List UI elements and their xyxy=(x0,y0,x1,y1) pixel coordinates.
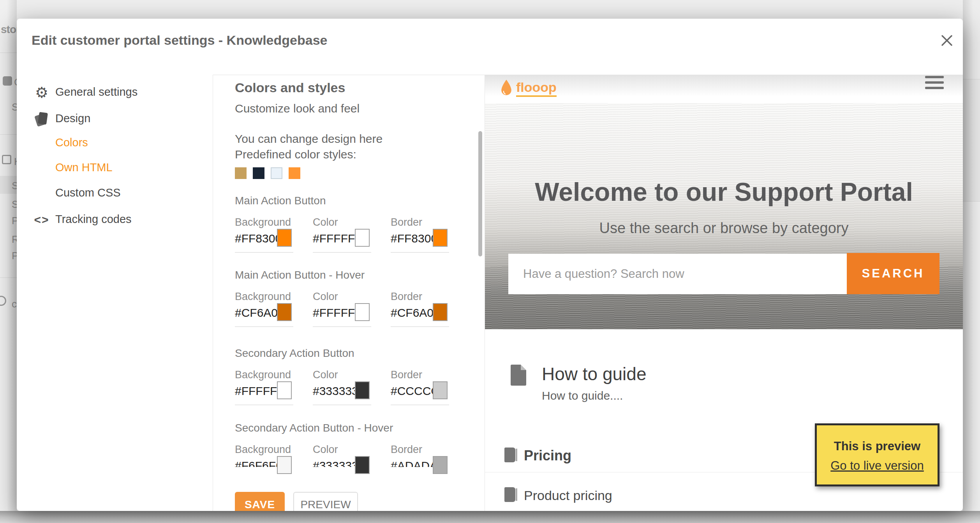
preset-swatch-tan[interactable] xyxy=(235,167,247,179)
background-page-bottom xyxy=(0,511,980,523)
sidebar-item-label: Tracking codes xyxy=(55,213,132,226)
sidebar-item-tracking-codes[interactable]: <> Tracking codes xyxy=(17,211,212,230)
section-title: Main Action Button - Hover xyxy=(235,269,365,281)
background-page-right xyxy=(963,0,980,511)
panel-hint: Predefined color styles: xyxy=(235,148,356,161)
field-label: Background xyxy=(235,444,291,456)
go-to-live-version-link[interactable]: Go to live version xyxy=(817,459,938,473)
field-label: Color xyxy=(313,444,338,456)
book-icon xyxy=(504,448,515,462)
gear-icon: ⚙ xyxy=(33,84,50,101)
divider xyxy=(0,53,17,53)
color-swatch[interactable] xyxy=(355,456,370,474)
background-icon xyxy=(2,155,11,164)
field-label: Color xyxy=(313,216,338,228)
preset-swatch-navy[interactable] xyxy=(253,167,264,179)
background-segment xyxy=(963,79,980,201)
sidebar-item-label: Own HTML xyxy=(55,161,113,174)
document-icon xyxy=(511,365,526,386)
field-label: Background xyxy=(235,369,291,381)
sidebar-item-label: Design xyxy=(55,112,90,125)
divider xyxy=(963,79,980,79)
divider xyxy=(0,277,17,278)
color-swatch[interactable] xyxy=(355,229,370,247)
portal-logo[interactable]: flooop xyxy=(500,79,557,97)
background-text-fragment: S xyxy=(12,180,17,192)
color-swatch[interactable] xyxy=(433,303,448,321)
hamburger-menu-icon[interactable] xyxy=(925,76,944,91)
input-underline xyxy=(313,326,371,327)
sidebar-item-general-settings[interactable]: ⚙ General settings xyxy=(17,83,212,103)
color-swatch[interactable] xyxy=(433,456,448,474)
preset-swatch-pale-blue[interactable] xyxy=(271,167,282,179)
close-icon[interactable] xyxy=(937,30,957,51)
input-underline xyxy=(235,252,293,253)
field-label: Background xyxy=(235,291,291,303)
color-swatch[interactable] xyxy=(355,303,370,321)
preview-button[interactable]: PREVIEW xyxy=(293,492,358,511)
sidebar-item-design[interactable]: Design xyxy=(17,110,212,129)
section-title: Secondary Action Button xyxy=(235,347,354,360)
section-title: Main Action Button xyxy=(235,195,326,207)
screen: stor C S K S S P R P c Edit customer por… xyxy=(0,0,980,523)
panel-scrollbar[interactable] xyxy=(478,131,482,256)
color-swatch[interactable] xyxy=(277,381,292,399)
field-label: Border xyxy=(391,291,422,303)
field-label: Color xyxy=(313,369,338,381)
article-title-link[interactable]: How to guide xyxy=(542,363,647,384)
save-button[interactable]: SAVE xyxy=(235,492,285,511)
preset-swatch-orange[interactable] xyxy=(289,167,300,179)
background-segment xyxy=(963,201,980,511)
background-text-fragment: stor xyxy=(1,23,17,36)
modal-title: Edit customer portal settings - Knowledg… xyxy=(32,33,327,48)
divider xyxy=(963,201,980,202)
input-underline xyxy=(313,405,371,405)
color-swatch[interactable] xyxy=(277,229,292,247)
sidebar-divider xyxy=(213,75,213,511)
hero-title: Welcome to our Support Portal xyxy=(485,177,963,207)
category-label: Pricing xyxy=(524,448,571,464)
background-text-fragment: P xyxy=(12,215,17,227)
field-label: Color xyxy=(313,291,338,303)
input-underline xyxy=(391,252,449,253)
droplet-icon xyxy=(500,79,513,97)
category-label: Product pricing xyxy=(524,488,612,503)
sidebar-item-label: Colors xyxy=(55,136,88,149)
panel-subtitle: Customize look and feel xyxy=(235,102,360,115)
background-text-fragment: S xyxy=(12,198,17,211)
background-text-fragment: R xyxy=(12,233,17,246)
background-text-fragment: c xyxy=(12,298,17,310)
background-icon xyxy=(3,76,12,86)
sidebar-item-label: Custom CSS xyxy=(55,186,121,199)
field-label: Background xyxy=(235,216,291,228)
field-label: Border xyxy=(391,444,422,456)
background-text-fragment: S xyxy=(12,101,17,113)
background-text-fragment: C xyxy=(14,76,17,88)
field-label: Border xyxy=(391,369,422,381)
color-swatch[interactable] xyxy=(355,381,370,399)
color-swatch[interactable] xyxy=(433,381,448,399)
input-underline xyxy=(391,326,449,327)
sidebar-item-label: General settings xyxy=(55,86,137,98)
color-swatch[interactable] xyxy=(277,456,292,474)
article-row: How to guide How to guide.... xyxy=(485,361,963,423)
design-icon xyxy=(33,111,50,128)
sidebar-item-colors[interactable]: Colors xyxy=(17,134,212,153)
panel-title: Colors and styles xyxy=(235,80,345,95)
sidebar-item-own-html[interactable]: Own HTML xyxy=(17,159,212,178)
search-input[interactable] xyxy=(508,254,847,294)
background-icon xyxy=(0,296,6,306)
preview-badge-text: This is preview xyxy=(817,439,938,453)
background-text-fragment: P xyxy=(12,250,17,262)
code-icon: <> xyxy=(33,211,50,228)
search-button[interactable]: SEARCH xyxy=(847,253,939,294)
sidebar-item-custom-css[interactable]: Custom CSS xyxy=(17,184,212,204)
color-swatch[interactable] xyxy=(277,303,292,321)
category-row-product-pricing[interactable]: Product pricing xyxy=(485,485,963,511)
color-swatch[interactable] xyxy=(433,229,448,247)
edit-portal-settings-modal: Edit customer portal settings - Knowledg… xyxy=(17,19,963,511)
input-underline xyxy=(235,326,293,327)
divider xyxy=(0,134,17,135)
portal-hero: Welcome to our Support Portal Use the se… xyxy=(485,103,963,329)
field-label: Border xyxy=(391,216,422,228)
